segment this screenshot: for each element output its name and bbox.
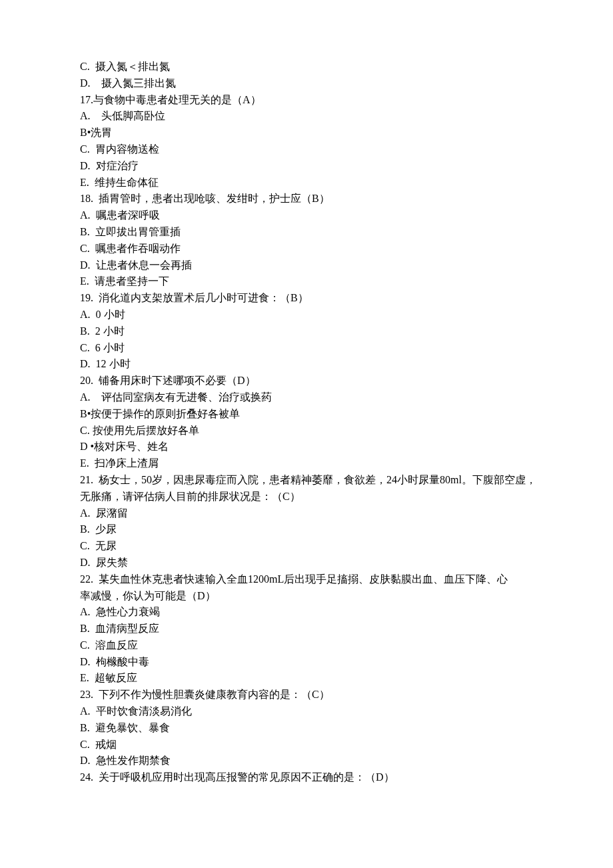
- text-line: C. 戒烟: [80, 737, 546, 753]
- text-line: E. 维持生命体征: [80, 175, 546, 191]
- document-body: C. 摄入氮＜排出氮D. 摄入氮三排出氮17.与食物中毒患者处理无关的是（A）A…: [80, 59, 546, 786]
- text-line: E. 请患者坚持一下: [80, 273, 546, 290]
- text-line: E. 超敏反应: [80, 670, 546, 687]
- text-line: C. 6 小时: [80, 340, 546, 357]
- text-line: A. 急性心力衰竭: [80, 604, 546, 621]
- text-line: C. 摄入氮＜排出氮: [80, 59, 546, 75]
- text-line: 19. 消化道内支架放置术后几小时可进食：（B）: [80, 290, 546, 307]
- text-line: 率减慢，你认为可能是（D）: [80, 588, 546, 605]
- text-line: C. 按使用先后摆放好各单: [80, 423, 546, 439]
- text-line: D. 摄入氮三排出氮: [80, 75, 546, 92]
- text-line: C. 无尿: [80, 538, 546, 555]
- text-line: B. 少尿: [80, 521, 546, 538]
- text-line: 20. 铺备用床时下述哪项不必要（D）: [80, 373, 546, 389]
- text-line: C. 胃内容物送检: [80, 141, 546, 158]
- text-line: B•洗胃: [80, 125, 546, 141]
- text-line: A. 嘱患者深呼吸: [80, 207, 546, 224]
- document-page: C. 摄入氮＜排出氮D. 摄入氮三排出氮17.与食物中毒患者处理无关的是（A）A…: [0, 0, 613, 826]
- text-line: B. 立即拔出胃管重插: [80, 224, 546, 241]
- text-line: C. 嘱患者作吞咽动作: [80, 241, 546, 257]
- text-line: D. 尿失禁: [80, 555, 546, 571]
- text-line: A. 头低脚高卧位: [80, 108, 546, 125]
- text-line: D. 对症治疗: [80, 158, 546, 175]
- text-line: 17.与食物中毒患者处理无关的是（A）: [80, 92, 546, 109]
- text-line: 21. 杨女士，50岁，因患尿毒症而入院，患者精神萎靡，食欲差，24小时尿量80…: [80, 472, 546, 505]
- text-line: D. 急性发作期禁食: [80, 753, 546, 769]
- text-line: D. 让患者休息一会再插: [80, 257, 546, 274]
- text-line: B. 2 小时: [80, 323, 546, 340]
- text-line: D •核对床号、姓名: [80, 439, 546, 455]
- text-line: D. 枸橼酸中毒: [80, 654, 546, 671]
- text-line: B•按便于操作的原则折叠好各被单: [80, 406, 546, 423]
- text-line: D. 12 小时: [80, 356, 546, 373]
- text-line: 22. 某失血性休克患者快速输入全血1200mL后出现手足搐搦、皮肤黏膜出血、血…: [80, 571, 546, 588]
- text-line: A. 平时饮食清淡易消化: [80, 703, 546, 720]
- text-line: A. 尿潴留: [80, 505, 546, 522]
- text-line: B. 血清病型反应: [80, 621, 546, 637]
- text-line: 23. 下列不作为慢性胆囊炎健康教育内容的是：（C）: [80, 687, 546, 703]
- text-line: 18. 插胃管时，患者出现呛咳、发绀时，护士应（B）: [80, 191, 546, 207]
- text-line: A. 0 小时: [80, 307, 546, 323]
- text-line: E. 扫净床上渣屑: [80, 455, 546, 472]
- text-line: A. 评估同室病友有无进餐、治疗或换药: [80, 389, 546, 406]
- text-line: C. 溶血反应: [80, 637, 546, 654]
- text-line: 24. 关于呼吸机应用时出现高压报警的常见原因不正确的是：（D）: [80, 769, 546, 786]
- text-line: B. 避免暴饮、暴食: [80, 720, 546, 737]
